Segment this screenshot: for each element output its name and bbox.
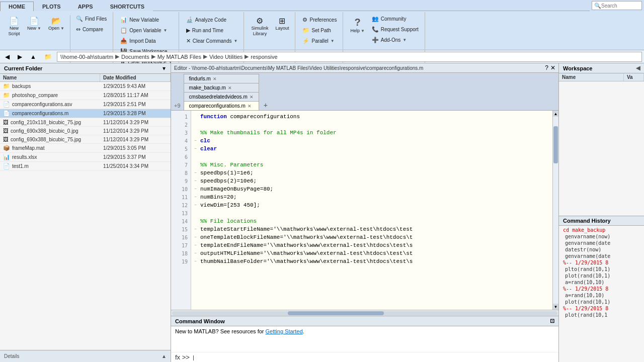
simulink-library-button[interactable]: ⚙ SimulinkLibrary [248,14,271,39]
add-ons-button[interactable]: ➕ Add-Ons ▼ [369,35,422,45]
getting-started-link[interactable]: Getting Started [266,328,303,334]
parallel-button[interactable]: ⚡ Parallel ▼ [299,36,340,46]
file-row[interactable]: 📄 compareconfigurations.m 1/29/2015 3:28… [0,109,171,118]
path-part-0[interactable]: \\home-00-ah\stuartm [60,54,113,60]
current-folder-menu-button[interactable]: ▾ [162,65,167,72]
command-history-item[interactable]: a=rand(10,10) [559,292,644,299]
command-history-item[interactable]: plot(rand(10,1 [559,312,644,318]
fold-button[interactable]: – [194,235,199,240]
fold-button [194,114,199,119]
fold-button[interactable]: – [194,187,199,192]
editor-tab-close[interactable]: ✕ [250,95,254,100]
path-part-2[interactable]: My MATLAB Files [157,54,201,60]
set-path-button[interactable]: 📁 Set Path [299,26,340,35]
command-history-item[interactable]: genvarname(date [559,253,644,259]
help-arrow: ▼ [361,29,365,34]
fold-button[interactable]: – [194,195,199,200]
tab-shortcuts[interactable]: SHORTCUTS [102,2,153,11]
search-bar[interactable]: 🔍 [592,1,642,10]
command-history-item[interactable]: a=rand(10,10) [559,279,644,286]
hscroll-track[interactable] [172,311,557,315]
tab-apps[interactable]: APPS [69,2,102,11]
command-history-item[interactable]: plto(rand(10,1) [559,266,644,273]
command-history-item[interactable]: genvarname(now) [559,233,644,240]
file-row[interactable]: 📄 compareconfigurations.asv 1/29/2015 2:… [0,100,171,109]
browse-button[interactable]: 📁 [41,52,55,62]
vscroll-track[interactable] [553,117,558,304]
fold-button[interactable]: – [194,251,199,256]
clear-commands-button[interactable]: ✕ Clear Commands ▼ [183,36,241,46]
help-button[interactable]: ? Help ▼ [347,14,367,36]
community-button[interactable]: 👥 Community [369,14,422,24]
editor-tab[interactable]: make_backup.m ✕ [184,83,259,92]
command-input-area[interactable]: fx >> | [171,352,558,362]
fold-button[interactable]: – [194,259,199,264]
file-row[interactable]: 📁 backups 1/29/2015 9:43 AM [0,82,171,91]
line-number: 16 [171,233,191,241]
path-part-3[interactable]: Video Utilities [209,54,243,60]
code-area[interactable]: function compareconfigurations %% Make t… [191,111,552,310]
fold-button[interactable]: – [194,243,199,248]
up-button[interactable]: ▲ [27,52,39,62]
editor-tab[interactable]: compareconfigurations.m ✕ [184,101,259,110]
command-history-item[interactable]: genvarname(date [559,240,644,246]
search-input[interactable] [601,3,641,9]
request-support-button[interactable]: 📞 Request Support [369,25,422,34]
fold-button[interactable]: – [194,203,199,208]
compare-button[interactable]: ⇔ Compare [73,25,110,34]
file-row[interactable]: 🖼 config_210x118_bicubic_75.jpg 11/12/20… [0,118,171,127]
open-button[interactable]: 📂 Open ▼ [45,14,67,33]
tab-plots[interactable]: PLOTS [34,2,69,11]
editor-vscrollbar[interactable]: ▲ ▼ [552,111,558,310]
find-files-button[interactable]: 🔍 Find Files [73,14,110,24]
file-row[interactable]: 📁 photoshop_compare 1/28/2015 11:17 AM [0,91,171,100]
command-window-maximize[interactable]: ⊡ [550,318,554,324]
vscroll-up-btn[interactable]: ▲ [553,111,558,117]
editor-tab[interactable]: findurls.m ✕ [184,74,259,83]
vscroll-down-btn[interactable]: ▼ [553,304,558,310]
file-name-col-header: Name [0,74,100,81]
line-number: 9 [171,177,191,185]
workspace-collapse-btn[interactable]: ◀ [636,65,640,71]
workspace-cols: Name Va [559,73,644,81]
run-and-time-button[interactable]: ▶ Run and Time [183,26,241,35]
new-script-button[interactable]: 📄 NewScript [5,14,23,39]
analyze-code-button[interactable]: 🔬 Analyze Code [183,15,241,25]
layout-button[interactable]: ⊞ Layout [272,14,292,33]
path-part-4[interactable]: responsive [251,54,277,60]
command-history-item[interactable]: datestr(now) [559,246,644,253]
forward-button[interactable]: ▶ [15,52,25,62]
file-row[interactable]: 📊 results.xlsx 1/29/2015 3:37 PM [0,153,171,162]
new-variable-button[interactable]: 📊 New Variable [117,15,175,25]
details-expand-arrow[interactable]: ▲ [162,353,167,359]
editor-tab-close[interactable]: ✕ [228,85,232,90]
address-path[interactable]: \\home-00-ah\stuartm ▶ Documents ▶ My MA… [57,52,642,62]
file-row[interactable]: 📦 frameMap.mat 1/29/2015 3:05 PM [0,144,171,153]
back-button[interactable]: ◀ [2,52,13,62]
editor-close-button[interactable]: ✕ [550,64,555,71]
import-data-button[interactable]: 📥 Import Data [117,36,175,46]
editor-hscrollbar[interactable] [171,310,558,316]
editor-tab-close[interactable]: ✕ [213,76,217,81]
file-row[interactable]: 📄 test1.m 11/25/2014 3:34 PM [0,162,171,171]
fold-button[interactable]: – [194,227,199,232]
file-row[interactable]: 🖼 config_690x388_bicubic_0.jpg 11/12/201… [0,127,171,135]
command-history-item[interactable]: plot(rand(10,1) [559,299,644,305]
editor-tab[interactable]: cmsbasedrelatedvideos.m ✕ [184,92,259,101]
fold-button[interactable]: – [194,178,199,184]
new-button[interactable]: 📄 New ▼ [24,14,44,33]
command-window-body[interactable]: New to MATLAB? See resources for Getting… [171,326,558,352]
path-part-1[interactable]: Documents [121,54,149,60]
editor-help-button[interactable]: ? [545,64,548,71]
editor-tab-close[interactable]: ✕ [248,104,252,109]
preferences-button[interactable]: ⚙ Preferences [299,15,340,25]
fold-button[interactable]: – [194,138,199,143]
fold-button[interactable]: – [194,146,199,151]
fold-button[interactable]: – [194,170,199,175]
code-text: templateEndFileName='\\mathworks\www\ext… [200,242,413,248]
tab-home[interactable]: HOME [0,2,34,11]
open-variable-button[interactable]: 📋 Open Variable ▼ [117,26,175,35]
add-tab-button[interactable]: + [260,100,272,110]
file-row[interactable]: 🖼 config_690x388_bicubic_75.jpg 11/12/20… [0,135,171,144]
command-history-item[interactable]: plot(rand(10,1) [559,273,644,279]
